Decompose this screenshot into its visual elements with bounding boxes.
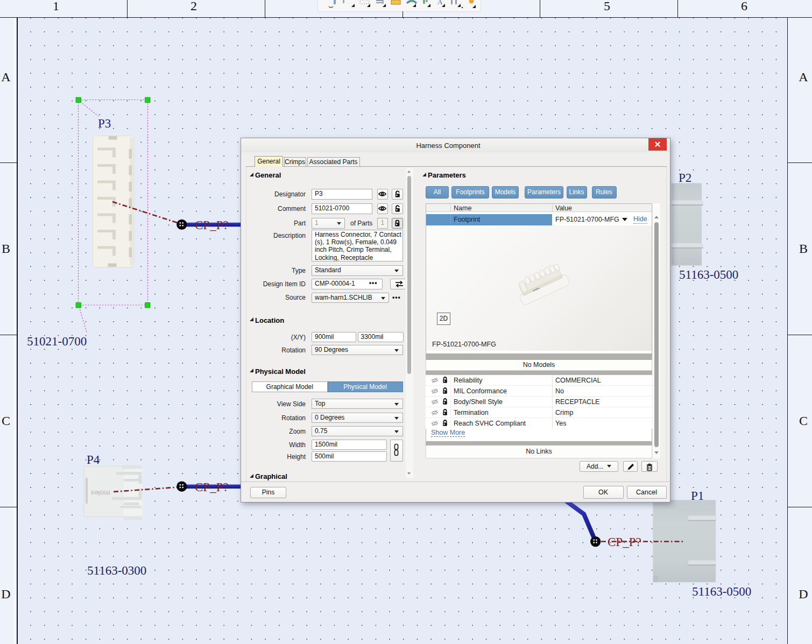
- svg-text:P4: P4: [87, 453, 100, 466]
- svg-text:51021-0700: 51021-0700: [27, 335, 87, 348]
- svg-text:molex: molex: [90, 489, 110, 497]
- svg-text:51163-0300: 51163-0300: [87, 564, 146, 577]
- svg-text:51163-0500: 51163-0500: [679, 268, 738, 281]
- svg-text:CP_P?: CP_P?: [608, 535, 641, 549]
- svg-text:P2: P2: [679, 171, 691, 185]
- svg-text:CP_P?: CP_P?: [195, 480, 229, 494]
- svg-text:51163-0500: 51163-0500: [692, 585, 751, 598]
- svg-text:P3: P3: [98, 117, 111, 130]
- svg-text:P1: P1: [691, 489, 704, 503]
- svg-text:CP_P?: CP_P?: [195, 218, 229, 232]
